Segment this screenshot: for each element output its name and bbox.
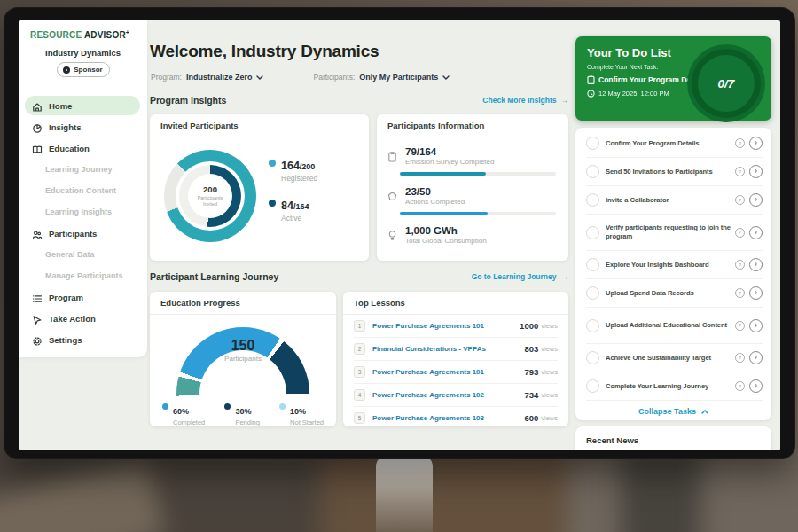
collapse-tasks-link[interactable]: Collapse Tasks	[575, 401, 771, 422]
sidebar-item-learning-journey[interactable]: Learning Journey	[19, 159, 147, 180]
lesson-row: 4 Power Purchase Agreements 102 734 view…	[354, 384, 558, 407]
lesson-link[interactable]: Power Purchase Agreements 101	[372, 368, 524, 376]
monitor-bezel: RESOURCE ADVISOR+ Industry Dynamics Spon…	[4, 7, 795, 459]
legend-item-pending: 30% Pending	[224, 402, 260, 426]
info-icon[interactable]: ?	[735, 321, 745, 331]
task-row[interactable]: Confirm Your Program Details ? ›	[586, 129, 763, 158]
sponsor-icon	[63, 66, 70, 74]
sidebar-item-participants[interactable]: Participants	[19, 223, 147, 244]
chevron-right-button[interactable]: ›	[749, 286, 763, 300]
recent-news-title: Recent News	[575, 426, 771, 445]
chevron-right-button[interactable]: ›	[749, 165, 763, 178]
program-insights-header: Program Insights Check More Insights →	[150, 95, 568, 106]
action-cursor-icon	[32, 313, 43, 324]
rank-badge: 4	[354, 389, 365, 401]
background-blur	[319, 448, 585, 532]
chevron-right-button[interactable]: ›	[749, 319, 763, 332]
rank-badge: 5	[354, 412, 365, 424]
sidebar-item-program[interactable]: Program	[19, 286, 147, 308]
task-checkbox[interactable]	[586, 193, 599, 207]
lesson-link[interactable]: Power Purchase Agreements 102	[372, 391, 524, 399]
lesson-link[interactable]: Power Purchase Agreements 101	[372, 322, 520, 330]
task-row[interactable]: Upload Additional Educational Content ? …	[586, 308, 763, 344]
info-icon[interactable]: ?	[735, 228, 745, 238]
home-icon	[32, 100, 43, 111]
task-checkbox[interactable]	[586, 137, 599, 150]
sidebar-item-education-content[interactable]: Education Content	[19, 180, 147, 201]
sidebar-item-insights[interactable]: Insights	[19, 116, 147, 137]
sidebar-item-manage-participants[interactable]: Manage Participants	[19, 265, 147, 286]
info-icon[interactable]: ?	[735, 138, 745, 148]
task-row[interactable]: Send 50 Invitations to Participants ? ›	[586, 158, 763, 186]
actions-icon	[387, 190, 398, 201]
education-progress-card: Education Progress 150 Participants 60% …	[150, 292, 336, 426]
section-title: Participant Learning Journey	[150, 271, 278, 282]
info-icon[interactable]: ?	[735, 167, 745, 176]
participants-filter-value: Only My Participants	[359, 73, 438, 82]
chevron-right-button[interactable]: ›	[749, 258, 763, 271]
arrow-right-icon: →	[561, 272, 569, 281]
emission-survey-progress-bar	[400, 172, 556, 176]
legend-dot	[162, 403, 168, 410]
sidebar-item-general-data[interactable]: General Data	[19, 244, 147, 265]
gauge-center: 150 Participants	[176, 361, 309, 363]
todo-title: Your To Do List	[587, 46, 671, 59]
task-checkbox[interactable]	[586, 319, 599, 332]
todo-subtitle: Complete Your Next Task:	[587, 64, 658, 70]
page-title: Welcome, Industry Dynamics	[150, 42, 379, 61]
chevron-right-button[interactable]: ›	[749, 137, 763, 150]
info-icon[interactable]: ?	[735, 195, 745, 205]
task-checkbox[interactable]	[586, 379, 599, 393]
rank-badge: 3	[354, 366, 365, 378]
legend-dot	[269, 160, 276, 167]
task-row[interactable]: Upload Spend Data Records ? ›	[586, 279, 763, 308]
task-row[interactable]: Invite a Collaborator ? ›	[586, 186, 763, 215]
sidebar-item-take-action[interactable]: Take Action	[19, 308, 147, 329]
top-lessons-card: Top Lessons 1 Power Purchase Agreements …	[343, 292, 568, 426]
task-checkbox[interactable]	[586, 165, 599, 178]
program-filter-label: Program:	[151, 73, 182, 82]
task-checkbox[interactable]	[586, 286, 599, 300]
info-icon[interactable]: ?	[735, 381, 745, 391]
task-row[interactable]: Achieve One Sustainability Target ? ›	[586, 344, 763, 372]
sponsor-label: Sponsor	[74, 66, 102, 74]
card-title: Participants Information	[377, 114, 568, 137]
chevron-right-button[interactable]: ›	[749, 351, 763, 364]
sidebar-item-education[interactable]: Education	[19, 137, 147, 159]
info-icon[interactable]: ?	[735, 353, 745, 363]
task-checkbox[interactable]	[586, 351, 599, 364]
rank-badge: 1	[354, 320, 365, 332]
legend-item-completed: 60% Completed	[162, 402, 205, 426]
donut-center-value: 200	[203, 184, 217, 194]
sidebar-item-settings[interactable]: Settings	[19, 329, 147, 350]
task-checkbox[interactable]	[586, 258, 599, 271]
task-row[interactable]: Explore Your Insights Dashboard ? ›	[586, 251, 763, 279]
clock-icon	[587, 90, 595, 98]
todo-summary-card: Your To Do List Complete Your Next Task:…	[575, 36, 771, 121]
chevron-right-button[interactable]: ›	[749, 379, 763, 393]
actions-progress-bar	[400, 212, 556, 215]
card-title: Top Lessons	[343, 292, 568, 315]
chevron-right-button[interactable]: ›	[749, 226, 763, 239]
lesson-link[interactable]: Power Purchase Agreements 103	[372, 414, 524, 422]
chevron-up-icon	[701, 410, 708, 414]
gauge-legend: 60% Completed 30% Pending 10% Not Starte…	[162, 402, 324, 426]
logo-plus: +	[126, 29, 129, 35]
task-row[interactable]: Complete Your Learning Journey ? ›	[586, 372, 763, 401]
dashboard-screen: RESOURCE ADVISOR+ Industry Dynamics Spon…	[19, 20, 780, 450]
lesson-link[interactable]: Financial Considerations - VPPAs	[372, 345, 524, 353]
sidebar-item-learning-insights[interactable]: Learning Insights	[19, 201, 147, 223]
task-row[interactable]: Verify participants requesting to join t…	[586, 215, 763, 251]
participants-filter-dropdown[interactable]: Participants: Only My Participants	[313, 73, 450, 82]
chevron-right-button[interactable]: ›	[749, 193, 763, 207]
lesson-row: 3 Power Purchase Agreements 101 793 view…	[354, 361, 558, 384]
check-more-insights-link[interactable]: Check More Insights →	[482, 96, 568, 105]
app-logo: RESOURCE ADVISOR+	[19, 20, 147, 40]
info-icon[interactable]: ?	[735, 260, 745, 270]
go-to-learning-journey-link[interactable]: Go to Learning Journey →	[472, 272, 568, 281]
task-checkbox[interactable]	[586, 226, 599, 239]
program-filter-dropdown[interactable]: Program: Industrialize Zero	[151, 73, 263, 82]
info-icon[interactable]: ?	[735, 288, 745, 298]
next-task-row: Confirm Your Program Details	[587, 75, 706, 84]
sidebar-item-home[interactable]: Home	[19, 95, 147, 116]
